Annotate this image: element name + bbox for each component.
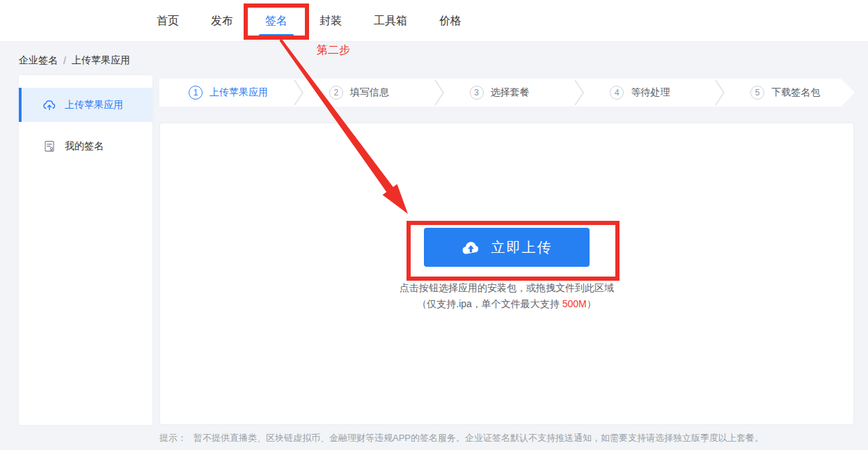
main-nav: 首页 发布 签名 封装 工具箱 价格: [157, 0, 461, 42]
sidebar-item-upload-apple-app[interactable]: 上传苹果应用: [19, 88, 152, 122]
nav-item-sign[interactable]: 签名: [265, 0, 287, 42]
annotation-step2-label: 第二步: [317, 43, 350, 58]
breadcrumb: 企业签名 / 上传苹果应用: [19, 54, 130, 67]
cloud-upload-icon: [42, 98, 56, 112]
step-label: 下载签名包: [771, 86, 820, 99]
sidebar: 上传苹果应用 我的签名: [19, 75, 152, 425]
nav-item-home[interactable]: 首页: [157, 0, 179, 42]
step-number-badge: 2: [329, 86, 343, 100]
upload-now-label: 立即上传: [491, 238, 553, 257]
step-download-signed-package: 5 下载签名包: [727, 86, 855, 100]
footer-tip-prefix: 提示：: [159, 433, 187, 443]
step-number-badge: 5: [750, 86, 764, 100]
step-label: 选择套餐: [491, 86, 530, 99]
footer-tip: 提示：暂不提供直播类、区块链虚拟币、金融理财等违规APP的签名服务。企业证签名默…: [159, 432, 764, 444]
hint-suffix: ）: [587, 298, 597, 309]
nav-item-publish[interactable]: 发布: [211, 0, 233, 42]
step-number-badge: 3: [470, 86, 484, 100]
cloud-upload-icon: [461, 240, 480, 256]
step-wait-processing: 4 等待处理: [586, 86, 714, 100]
chevron-right-icon: [293, 79, 306, 107]
enterprise-signing-upload-page: { "header": { "nav_items": [ {"label": "…: [0, 0, 868, 450]
step-number-badge: 1: [189, 86, 203, 100]
nav-item-price[interactable]: 价格: [439, 0, 461, 42]
step-upload-apple-app: 1 上传苹果应用: [159, 86, 293, 100]
upload-drop-zone[interactable]: [159, 123, 854, 425]
upload-hint-line2: （仅支持.ipa，单个文件最大支持 500M）: [159, 298, 854, 311]
nav-item-toolbox[interactable]: 工具箱: [374, 0, 407, 42]
step-fill-info: 2 填写信息: [306, 86, 434, 100]
top-header: 首页 发布 签名 封装 工具箱 价格: [0, 0, 868, 42]
chevron-right-icon: [434, 79, 446, 107]
sidebar-item-label: 上传苹果应用: [65, 99, 123, 111]
nav-item-package[interactable]: 封装: [319, 0, 342, 42]
breadcrumb-item-enterprise-sign[interactable]: 企业签名: [19, 54, 58, 67]
step-choose-plan: 3 选择套餐: [446, 86, 574, 100]
upload-now-button[interactable]: 立即上传: [424, 228, 590, 267]
chevron-right-icon: [574, 79, 586, 107]
upload-hint-line1: 点击按钮选择应用的安装包，或拖拽文件到此区域: [159, 282, 854, 295]
step-label: 上传苹果应用: [210, 86, 268, 99]
step-number-badge: 4: [610, 86, 624, 100]
sidebar-item-my-signatures[interactable]: 我的签名: [19, 132, 152, 161]
step-label: 等待处理: [631, 86, 670, 99]
my-signature-icon: [42, 139, 56, 153]
footer-tip-text: 暂不提供直播类、区块链虚拟币、金融理财等违规APP的签名服务。企业证签名默认不支…: [194, 433, 764, 443]
sidebar-item-label: 我的签名: [65, 140, 104, 153]
breadcrumb-separator: /: [63, 55, 66, 66]
breadcrumb-item-upload-app: 上传苹果应用: [72, 54, 130, 67]
step-label: 填写信息: [350, 86, 389, 99]
hint-prefix: （仅支持.ipa，单个文件最大支持: [417, 298, 562, 309]
steps-progress-bar: 1 上传苹果应用 2 填写信息 3 选择套餐 4 等待处理 5 下载签名包: [159, 79, 855, 107]
hint-size-limit: 500M: [562, 298, 587, 309]
chevron-right-icon: [714, 79, 727, 107]
